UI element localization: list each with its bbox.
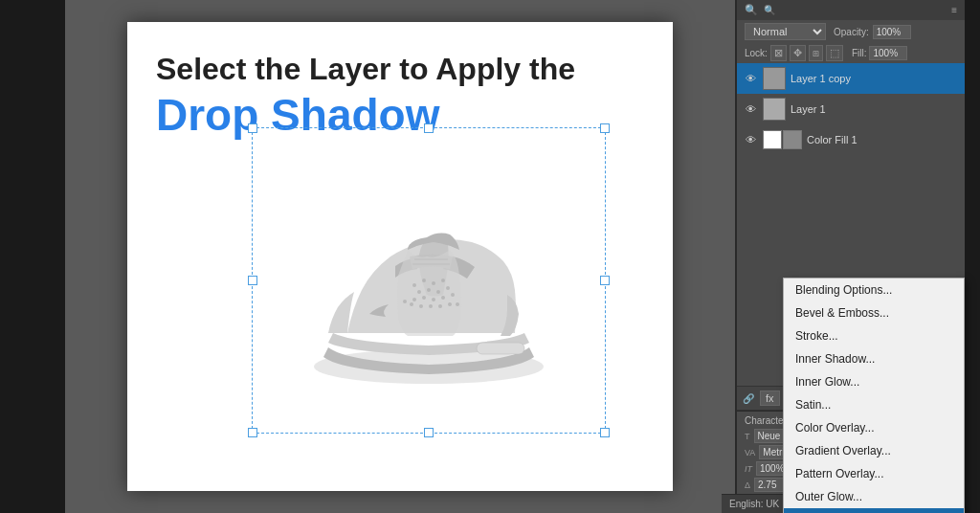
handle-middle-left — [248, 276, 257, 285]
menu-item-satin[interactable]: Satin... — [784, 393, 964, 416]
menu-item-pattern-overlay[interactable]: Pattern Overlay... — [784, 462, 964, 485]
shoe-selection-box — [252, 127, 606, 434]
fx-button[interactable]: fx — [760, 390, 780, 406]
search-icon: 🔍 — [745, 4, 758, 16]
blend-mode-dropdown[interactable]: Normal Multiply Screen Overlay — [745, 23, 826, 40]
shoe-image — [285, 156, 572, 405]
handle-middle-right — [600, 276, 610, 285]
canvas-area: Select the Layer to Apply the Drop Shado… — [65, 0, 735, 513]
right-bg — [965, 0, 980, 513]
va-icon: VA — [745, 448, 755, 457]
font-icon: T — [745, 432, 750, 441]
opacity-input[interactable] — [873, 25, 911, 39]
menu-item-inner-glow[interactable]: Inner Glow... — [784, 370, 964, 393]
layer-name-1: Layer 1 copy — [791, 73, 959, 84]
blend-mode-row: Normal Multiply Screen Overlay Opacity: — [737, 20, 965, 43]
lock-icon-3[interactable]: ⧆ — [809, 45, 823, 61]
svg-point-6 — [441, 279, 445, 282]
lock-label: Lock: — [745, 48, 768, 58]
svg-point-10 — [446, 286, 450, 290]
layer-item-color-fill[interactable]: 👁 Color Fill 1 — [737, 124, 965, 155]
svg-point-21 — [410, 302, 413, 306]
svg-point-16 — [456, 302, 459, 306]
svg-point-13 — [432, 298, 435, 301]
svg-point-11 — [412, 298, 416, 301]
layer-item-1-copy[interactable]: 👁 Layer 1 copy — [737, 63, 965, 94]
svg-point-9 — [436, 290, 440, 294]
svg-rect-23 — [477, 343, 524, 354]
it-icon: IT — [745, 464, 752, 474]
svg-point-8 — [427, 288, 431, 292]
menu-item-drop-shadow[interactable]: Drop Shadow... — [784, 508, 964, 513]
svg-point-22 — [403, 300, 407, 303]
handle-top-left — [248, 123, 257, 133]
handle-bottom-right — [600, 428, 610, 437]
svg-point-18 — [438, 304, 442, 308]
lock-icon-1[interactable]: ⊠ — [770, 45, 787, 61]
canvas-content: Select the Layer to Apply the Drop Shado… — [127, 22, 673, 140]
svg-point-14 — [441, 296, 445, 300]
lock-icon-2[interactable]: ✥ — [790, 45, 806, 61]
layer-item-1[interactable]: 👁 Layer 1 — [737, 94, 965, 124]
delta-icon: Δ — [745, 480, 750, 490]
headline-text: Select the Layer to Apply the — [156, 51, 644, 87]
eye-icon-2[interactable]: 👁 — [743, 101, 758, 117]
svg-point-17 — [448, 302, 452, 306]
fill-thumb-gray — [783, 130, 802, 149]
menu-item-inner-shadow[interactable]: Inner Shadow... — [784, 347, 964, 370]
fill-thumb-white — [763, 130, 782, 149]
svg-point-15 — [451, 293, 455, 297]
menu-item-blending-options[interactable]: Blending Options... — [784, 279, 964, 301]
search-label[interactable]: 🔍 — [764, 5, 775, 15]
svg-point-19 — [429, 304, 433, 308]
eye-icon-1[interactable]: 👁 — [743, 71, 758, 86]
left-toolbar — [0, 0, 65, 513]
language-label[interactable]: English: UK — [729, 499, 779, 509]
handle-top-middle — [424, 123, 434, 133]
menu-item-outer-glow[interactable]: Outer Glow... — [784, 485, 964, 508]
handle-bottom-left — [248, 428, 257, 437]
fill-input[interactable] — [869, 46, 907, 60]
menu-item-gradient-overlay[interactable]: Gradient Overlay... — [784, 439, 964, 462]
svg-point-4 — [422, 279, 426, 282]
menu-item-color-overlay[interactable]: Color Overlay... — [784, 416, 964, 439]
fill-thumb-group — [763, 130, 802, 149]
link-icon[interactable]: 🔗 — [743, 393, 754, 404]
menu-item-bevel-emboss[interactable]: Bevel & Emboss... — [784, 301, 964, 324]
svg-point-12 — [422, 296, 426, 300]
layer-effects-dropdown: Blending Options... Bevel & Emboss... St… — [783, 278, 965, 513]
layer-thumb-1 — [763, 67, 786, 90]
opacity-label: Opacity: — [834, 27, 869, 37]
svg-point-20 — [419, 304, 423, 308]
svg-point-7 — [417, 290, 421, 294]
svg-point-3 — [412, 283, 416, 287]
eye-icon-3[interactable]: 👁 — [743, 132, 758, 147]
menu-item-stroke[interactable]: Stroke... — [784, 324, 964, 347]
layer-thumb-2 — [763, 98, 786, 121]
layer-name-fill: Color Fill 1 — [807, 134, 959, 145]
svg-point-5 — [432, 281, 435, 285]
canvas-document: Select the Layer to Apply the Drop Shado… — [127, 22, 673, 491]
panel-icon-1[interactable]: ≡ — [951, 5, 957, 15]
lock-icon-4[interactable]: ⬚ — [826, 45, 843, 61]
fill-label: Fill: — [852, 48, 867, 58]
search-bar: 🔍 🔍 ≡ — [737, 0, 965, 20]
lock-row: Lock: ⊠ ✥ ⧆ ⬚ Fill: — [737, 43, 965, 63]
handle-top-right — [600, 123, 610, 133]
handle-bottom-middle — [424, 428, 434, 437]
layer-name-2: Layer 1 — [791, 103, 959, 115]
